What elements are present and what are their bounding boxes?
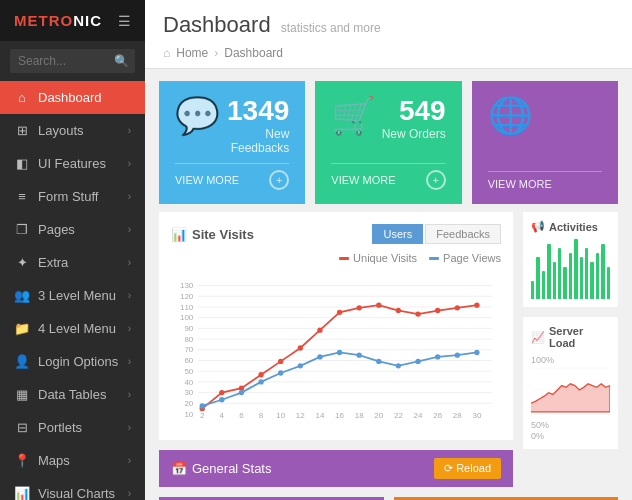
nav-icon: ⊟ xyxy=(14,420,30,435)
nav-icon: ✦ xyxy=(14,255,30,270)
logo-suffix: NIC xyxy=(73,12,102,29)
sidebar-item-login[interactable]: 👤 Login Options › xyxy=(0,345,145,378)
sidebar-item-extra[interactable]: ✦ Extra › xyxy=(0,246,145,279)
svg-text:18: 18 xyxy=(355,411,364,420)
sidebar-item-maps[interactable]: 📍 Maps › xyxy=(0,444,145,477)
svg-text:70: 70 xyxy=(184,345,193,354)
activity-bar xyxy=(590,262,593,299)
orders-link[interactable]: VIEW MORE xyxy=(331,174,395,186)
svg-text:30: 30 xyxy=(472,411,481,420)
svg-text:110: 110 xyxy=(180,303,194,312)
nav-icon: 👥 xyxy=(14,288,30,303)
activity-bar xyxy=(569,253,572,299)
nav-label: Form Stuff xyxy=(38,189,98,204)
svg-text:24: 24 xyxy=(414,411,423,420)
sidebar: METRONIC ☰ 🔍 ⌂ Dashboard ⊞ Layouts › ◧ U… xyxy=(0,0,145,500)
sidebar-toggle-icon[interactable]: ☰ xyxy=(118,13,131,29)
sidebar-item-dashboard[interactable]: ⌂ Dashboard xyxy=(0,81,145,114)
svg-point-44 xyxy=(278,370,283,375)
sidebar-item-portlets[interactable]: ⊟ Portlets › xyxy=(0,411,145,444)
svg-point-33 xyxy=(357,305,362,310)
chart-tabs: Users Feedbacks xyxy=(372,224,501,244)
nav-icon: ❐ xyxy=(14,222,30,237)
nav-icon: 📁 xyxy=(14,321,30,336)
legend-dot-red xyxy=(339,257,349,260)
stat-card-top-orders: 🛒 549 New Orders xyxy=(331,95,445,141)
sidebar-item-datatables[interactable]: ▦ Data Tables › xyxy=(0,378,145,411)
legend-dot-blue xyxy=(429,257,439,260)
feedback-icon: 💬 xyxy=(175,95,220,137)
general-stats-title: 📅 General Stats xyxy=(171,461,272,476)
sidebar-nav: ⌂ Dashboard ⊞ Layouts › ◧ UI Features › … xyxy=(0,81,145,500)
tab-users[interactable]: Users xyxy=(372,224,423,244)
feedbacks-label: New Feedbacks xyxy=(220,127,289,155)
nav-arrow-icon: › xyxy=(128,422,131,433)
label-100: 100% xyxy=(531,355,610,365)
label-0: 0% xyxy=(531,431,610,441)
nav-arrow-icon: › xyxy=(128,455,131,466)
svg-point-36 xyxy=(415,311,420,316)
svg-point-45 xyxy=(298,363,303,368)
activity-bar xyxy=(585,248,588,299)
activity-bar xyxy=(607,267,610,299)
sidebar-item-form-stuff[interactable]: ≡ Form Stuff › xyxy=(0,180,145,213)
feedbacks-more-icon[interactable]: + xyxy=(269,170,289,190)
stat-card-footer: VIEW MORE + xyxy=(175,163,289,190)
svg-point-35 xyxy=(396,308,401,313)
sidebar-item-3level[interactable]: 👥 3 Level Menu › xyxy=(0,279,145,312)
orders-value: 549 xyxy=(382,95,446,127)
nav-item-inner: ✦ Extra xyxy=(14,255,68,270)
activities-title: 📢 Activities xyxy=(531,220,610,233)
breadcrumb-home[interactable]: Home xyxy=(176,46,208,60)
svg-text:90: 90 xyxy=(184,324,193,333)
general-stats-bar: 📅 General Stats ⟳ Reload xyxy=(159,450,513,487)
activity-bar xyxy=(542,271,545,299)
nav-label: Maps xyxy=(38,453,70,468)
sidebar-item-4level[interactable]: 📁 4 Level Menu › xyxy=(0,312,145,345)
svg-point-53 xyxy=(455,352,460,357)
nav-label: Layouts xyxy=(38,123,84,138)
content-area: 📊 Site Visits Users Feedbacks Unique Vis… xyxy=(145,212,632,497)
chart-container: 130 120 110 100 90 80 70 60 50 40 30 20 … xyxy=(171,268,501,428)
orders-more-icon[interactable]: + xyxy=(426,170,446,190)
sidebar-item-pages[interactable]: ❐ Pages › xyxy=(0,213,145,246)
svg-text:20: 20 xyxy=(184,399,193,408)
sidebar-item-charts[interactable]: 📊 Visual Charts › xyxy=(0,477,145,500)
nav-arrow-icon: › xyxy=(128,323,131,334)
svg-text:50: 50 xyxy=(184,367,193,376)
nav-icon: ▦ xyxy=(14,387,30,402)
svg-text:40: 40 xyxy=(184,378,193,387)
breadcrumb-separator: › xyxy=(214,46,218,60)
reload-button[interactable]: ⟳ Reload xyxy=(434,458,501,479)
nav-arrow-icon: › xyxy=(128,257,131,268)
orders-icon: 🛒 xyxy=(331,95,376,137)
tab-feedbacks[interactable]: Feedbacks xyxy=(425,224,501,244)
svg-point-32 xyxy=(337,310,342,315)
nav-arrow-icon: › xyxy=(128,224,131,235)
right-panel: 📢 Activities 📈 Server Load 100% xyxy=(523,212,618,487)
svg-text:10: 10 xyxy=(276,411,285,420)
sidebar-item-layouts[interactable]: ⊞ Layouts › xyxy=(0,114,145,147)
logo-prefix: METRO xyxy=(14,12,73,29)
nav-item-inner: ≡ Form Stuff xyxy=(14,189,98,204)
nav-icon: ⌂ xyxy=(14,90,30,105)
nav-icon: 👤 xyxy=(14,354,30,369)
search-icon[interactable]: 🔍 xyxy=(114,54,129,68)
svg-point-38 xyxy=(455,305,460,310)
activity-bar xyxy=(601,244,604,299)
activity-bar xyxy=(547,244,550,299)
nav-item-inner: 📍 Maps xyxy=(14,453,70,468)
activity-bar xyxy=(563,267,566,299)
nav-label: 3 Level Menu xyxy=(38,288,116,303)
activity-bar xyxy=(531,281,534,299)
svg-point-41 xyxy=(219,397,224,402)
svg-text:10: 10 xyxy=(184,410,193,419)
feedbacks-link[interactable]: VIEW MORE xyxy=(175,174,239,186)
third-link[interactable]: VIEW MORE xyxy=(488,178,552,190)
server-load-labels: 100% xyxy=(531,355,610,365)
svg-text:60: 60 xyxy=(184,356,193,365)
sidebar-item-ui-features[interactable]: ◧ UI Features › xyxy=(0,147,145,180)
left-panel: 📊 Site Visits Users Feedbacks Unique Vis… xyxy=(159,212,513,487)
nav-item-inner: 👤 Login Options xyxy=(14,354,118,369)
svg-text:26: 26 xyxy=(433,411,442,420)
